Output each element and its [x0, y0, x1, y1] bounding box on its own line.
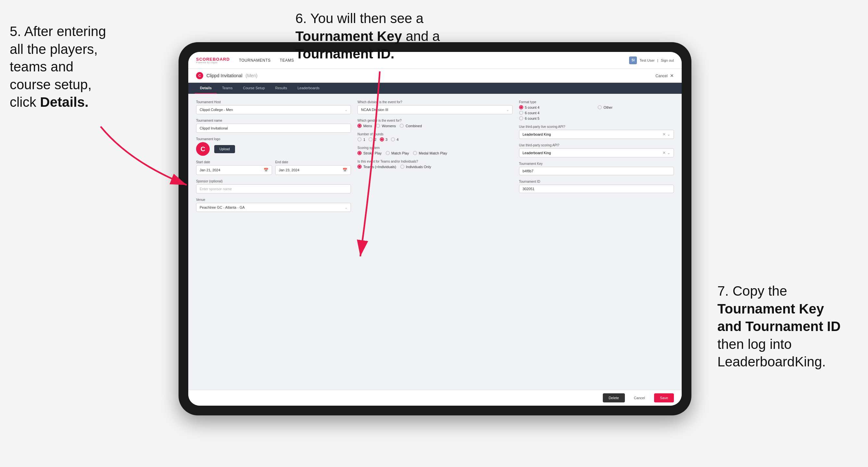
cancel-icon: ✕ [670, 73, 674, 78]
tab-teams[interactable]: Teams [217, 83, 238, 94]
rounds-2[interactable]: 2 [368, 137, 376, 142]
radio-r4-icon [391, 137, 395, 142]
tournament-host-label: Tournament Host [196, 100, 351, 104]
start-date-group: Start date Jan 21, 2024 📅 [196, 160, 272, 175]
start-date-label: Start date [196, 160, 272, 164]
cancel-button[interactable]: Cancel ✕ [655, 73, 674, 78]
teams-plus-individuals[interactable]: Teams (+Individuals) [358, 164, 396, 169]
venue-chevron-icon: ⌄ [345, 206, 347, 209]
upload-button[interactable]: Upload [214, 145, 235, 153]
nav-separator: | [657, 58, 658, 62]
scoring-radio-group: Stroke Play Match Play Medal Match Play [358, 151, 512, 155]
format-label: Format type [519, 100, 674, 104]
format-6count5[interactable]: 6 count 5 [519, 116, 595, 120]
radio-6c5-icon [519, 116, 523, 120]
footer-bar: Delete Cancel Save [188, 390, 682, 406]
radio-stroke-icon [358, 151, 362, 155]
tournament-id-label: Tournament ID [519, 180, 674, 183]
tournament-subtitle: (Men) [246, 73, 258, 78]
tab-course-setup[interactable]: Course Setup [238, 83, 270, 94]
radio-womens-icon [376, 124, 380, 128]
format-other[interactable]: Other [598, 105, 674, 110]
radio-r3-icon [380, 137, 384, 142]
teams-label: Is this event for Teams and/or Individua… [358, 160, 512, 163]
radio-5c4-icon [519, 105, 523, 110]
sponsor-group: Sponsor (optional) Enter sponsor name [196, 180, 351, 193]
gender-label: Which gender is the event for? [358, 119, 512, 122]
end-date-label: End date [275, 160, 351, 164]
radio-medal-icon [413, 151, 417, 155]
main-content: Tournament Host Clippd College - Men ⌄ T… [188, 94, 682, 390]
right-form-section: Format type 5 count 4 Other 6 count 4 [519, 100, 674, 216]
rounds-1[interactable]: 1 [358, 137, 365, 142]
start-date-input[interactable]: Jan 21, 2024 📅 [196, 165, 272, 175]
division-chevron-icon: ⌄ [506, 108, 509, 112]
radio-r2-icon [368, 137, 373, 142]
radio-r1-icon [358, 137, 362, 142]
logo-upload-area: C Upload [196, 142, 351, 156]
save-button[interactable]: Save [654, 393, 674, 402]
date-row: Start date Jan 21, 2024 📅 End date Jan 2… [196, 160, 351, 175]
gender-radio-group: Mens Womens Combined [358, 124, 512, 128]
nav-tournaments[interactable]: TOURNAMENTS [239, 58, 271, 63]
format-group: Format type 5 count 4 Other 6 count 4 [519, 100, 674, 120]
tournament-header: C Clippd Invitational (Men) Cancel ✕ [188, 69, 682, 83]
tournament-host-input[interactable]: Clippd College - Men ⌄ [196, 105, 351, 114]
footer-cancel-button[interactable]: Cancel [628, 393, 651, 402]
venue-label: Venue [196, 198, 351, 201]
format-6count4[interactable]: 6 count 4 [519, 111, 595, 115]
logo-icon: C [196, 142, 210, 156]
nav-teams[interactable]: TEAMS [280, 58, 294, 63]
gender-combined[interactable]: Combined [400, 124, 422, 128]
third-party-label2: Use third-party scoring API? [519, 144, 674, 147]
format-5count4[interactable]: 5 count 4 [519, 105, 595, 110]
individuals-only[interactable]: Individuals Only [400, 164, 431, 169]
gender-womens[interactable]: Womens [376, 124, 396, 128]
scoring-match[interactable]: Match Play [385, 151, 409, 155]
tournament-key-group: Tournament Key b4f8b7 [519, 162, 674, 175]
tournament-title: C Clippd Invitational (Men) [196, 72, 257, 79]
tab-details[interactable]: Details [195, 83, 217, 94]
scoring-label: Scoring system [358, 146, 512, 150]
radio-mens-icon [358, 124, 362, 128]
tournament-logo-group: Tournament logo C Upload [196, 137, 351, 156]
calendar-icon: 📅 [264, 168, 269, 172]
third-party-input2[interactable]: Leaderboard King ✕ ⌄ [519, 148, 674, 157]
radio-other-icon [598, 105, 602, 110]
third-party-input1[interactable]: Leaderboard King ✕ ⌄ [519, 130, 674, 139]
third-party-group2: Use third-party scoring API? Leaderboard… [519, 144, 674, 157]
delete-button[interactable]: Delete [603, 393, 625, 402]
tablet-screen: SCOREBOARD Powered by clippd TOURNAMENTS… [188, 52, 682, 406]
user-name: Test User [640, 58, 654, 62]
scoring-stroke[interactable]: Stroke Play [358, 151, 381, 155]
radio-match-icon [385, 151, 390, 155]
date-group: Start date Jan 21, 2024 📅 End date Jan 2… [196, 160, 351, 175]
tournament-name-input[interactable]: Clippd Invitational [196, 124, 351, 133]
end-date-input[interactable]: Jan 23, 2024 📅 [275, 165, 351, 175]
input-actions-2: ✕ ⌄ [662, 151, 670, 155]
rounds-group: Number of rounds 1 2 3 [358, 132, 512, 142]
brand-name: SCOREBOARD [196, 57, 230, 61]
rounds-4[interactable]: 4 [391, 137, 399, 142]
end-date-group: End date Jan 23, 2024 📅 [275, 160, 351, 175]
rounds-3[interactable]: 3 [380, 137, 388, 142]
avatar: SI [629, 57, 637, 64]
clear-icon-2[interactable]: ✕ [662, 151, 666, 155]
scoring-medal-match[interactable]: Medal Match Play [413, 151, 447, 155]
radio-6c4-icon [519, 111, 523, 115]
sign-out-link[interactable]: Sign out [661, 58, 674, 62]
third-party-label1: Use third-party live scoring API? [519, 125, 674, 128]
calendar-icon-end: 📅 [342, 168, 347, 172]
gender-mens[interactable]: Mens [358, 124, 372, 128]
teams-radio-group: Teams (+Individuals) Individuals Only [358, 164, 512, 169]
sponsor-input[interactable]: Enter sponsor name [196, 184, 351, 193]
venue-input[interactable]: Peachtree GC - Atlanta - GA ⌄ [196, 203, 351, 212]
sponsor-label: Sponsor (optional) [196, 180, 351, 183]
tournament-host-group: Tournament Host Clippd College - Men ⌄ [196, 100, 351, 114]
division-input[interactable]: NCAA Division III ⌄ [358, 105, 512, 114]
brand-logo: SCOREBOARD Powered by clippd [196, 57, 230, 64]
tournament-id-value: 302051 [519, 185, 674, 193]
clear-icon-1[interactable]: ✕ [662, 132, 666, 136]
tab-results[interactable]: Results [270, 83, 292, 94]
tab-leaderboards[interactable]: Leaderboards [292, 83, 324, 94]
